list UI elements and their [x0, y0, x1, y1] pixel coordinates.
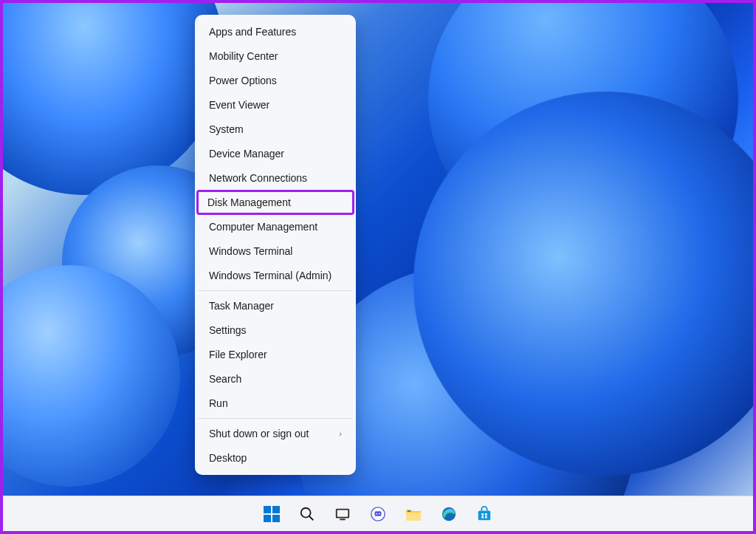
menu-item-label: Power Options	[209, 75, 277, 86]
svg-rect-19	[481, 516, 484, 518]
menu-item-label: Mobility Center	[209, 50, 278, 62]
menu-separator	[199, 418, 352, 419]
menu-item-event-viewer[interactable]: Event Viewer	[199, 93, 352, 117]
winx-context-menu: Apps and FeaturesMobility CenterPower Op…	[195, 15, 356, 475]
menu-item-apps-and-features[interactable]: Apps and Features	[199, 20, 352, 44]
menu-item-label: Run	[209, 397, 228, 409]
menu-separator	[199, 290, 352, 291]
svg-rect-13	[406, 513, 421, 521]
menu-item-label: System	[209, 123, 244, 135]
svg-rect-18	[485, 513, 487, 516]
start-button[interactable]	[257, 499, 286, 529]
menu-item-windows-terminal-admin[interactable]: Windows Terminal (Admin)	[199, 264, 352, 287]
menu-item-label: Desktop	[209, 452, 247, 464]
chevron-right-icon: ›	[339, 429, 342, 438]
menu-item-file-explorer[interactable]: File Explorer	[199, 343, 352, 366]
svg-rect-7	[337, 510, 348, 516]
menu-item-mobility-center[interactable]: Mobility Center	[199, 44, 352, 68]
menu-item-disk-management[interactable]: Disk Management	[196, 190, 354, 215]
menu-item-label: Settings	[209, 324, 247, 336]
menu-item-label: Apps and Features	[209, 26, 296, 38]
menu-item-label: File Explorer	[209, 349, 267, 360]
menu-item-label: Network Connections	[209, 172, 307, 184]
svg-rect-8	[340, 518, 345, 520]
svg-point-4	[301, 507, 311, 517]
menu-item-label: Event Viewer	[209, 99, 269, 111]
svg-point-12	[379, 513, 380, 514]
menu-item-label: Windows Terminal	[209, 245, 292, 257]
menu-item-task-manager[interactable]: Task Manager	[199, 294, 352, 318]
menu-item-windows-terminal[interactable]: Windows Terminal	[199, 239, 352, 263]
file-explorer-icon[interactable]	[399, 499, 428, 529]
svg-rect-1	[272, 506, 280, 513]
menu-item-label: Computer Management	[209, 221, 317, 233]
menu-item-search[interactable]: Search	[199, 367, 352, 391]
svg-rect-14	[408, 510, 410, 512]
store-icon[interactable]	[470, 499, 499, 529]
menu-item-settings[interactable]: Settings	[199, 318, 352, 342]
svg-line-5	[309, 516, 314, 520]
menu-item-label: Device Manager	[209, 148, 284, 160]
menu-item-label: Task Manager	[209, 300, 274, 312]
menu-item-device-manager[interactable]: Device Manager	[199, 142, 352, 165]
menu-item-computer-management[interactable]: Computer Management	[199, 215, 352, 239]
svg-rect-16	[478, 510, 491, 520]
menu-item-run[interactable]: Run	[199, 391, 352, 415]
svg-rect-20	[485, 516, 487, 518]
svg-rect-10	[374, 511, 381, 516]
menu-item-power-options[interactable]: Power Options	[199, 69, 352, 92]
edge-icon[interactable]	[434, 499, 464, 529]
menu-item-shut-down-or-sign-out[interactable]: Shut down or sign out›	[199, 422, 352, 445]
svg-rect-3	[272, 515, 280, 522]
menu-item-system[interactable]: System	[199, 117, 352, 141]
chat-icon[interactable]	[363, 499, 393, 529]
menu-item-label: Search	[209, 373, 241, 385]
menu-item-label: Shut down or sign out	[209, 428, 309, 439]
svg-rect-17	[481, 513, 484, 516]
svg-rect-0	[264, 506, 271, 513]
desktop-wallpaper: Apps and FeaturesMobility CenterPower Op…	[3, 3, 753, 531]
menu-item-desktop[interactable]: Desktop	[199, 446, 352, 470]
menu-item-label: Windows Terminal (Admin)	[209, 270, 331, 281]
menu-item-label: Disk Management	[207, 196, 291, 208]
svg-point-11	[376, 513, 377, 514]
svg-rect-2	[264, 515, 271, 522]
task-view-icon[interactable]	[328, 499, 357, 529]
taskbar	[3, 496, 753, 531]
search-icon[interactable]	[292, 499, 322, 529]
menu-item-network-connections[interactable]: Network Connections	[199, 166, 352, 190]
